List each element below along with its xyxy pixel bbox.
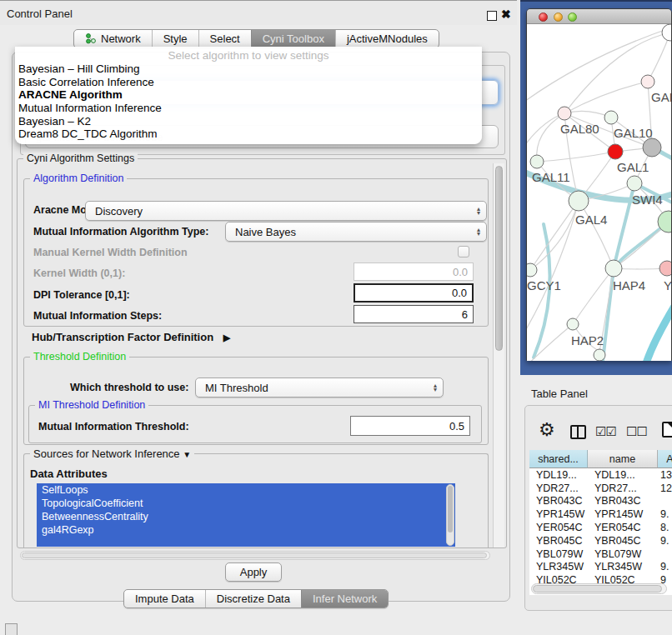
node-label-hap2: HAP2: [571, 333, 604, 348]
data-attributes-list[interactable]: SelfLoopsTopologicalCoefficientBetweenne…: [37, 483, 455, 547]
attribute-item-selfloops[interactable]: SelfLoops: [37, 483, 455, 497]
settings-horizontal-scrollbar[interactable]: [20, 551, 490, 560]
algorithm-popup: Select algorithm to view settings Bayesi…: [15, 47, 482, 144]
algorithm-option-mutual-information-inference[interactable]: Mutual Information Inference: [15, 102, 482, 115]
table-row[interactable]: YPR145WYPR145W9.: [529, 508, 672, 521]
tab-discretize-data[interactable]: Discretize Data: [205, 590, 301, 608]
column-layout-icon[interactable]: [570, 425, 586, 439]
table-row[interactable]: YBR043CYBR043C: [529, 495, 672, 508]
column-header-shared[interactable]: shared...: [529, 450, 588, 468]
table-row[interactable]: YLR345WYLR345W9.: [529, 561, 672, 574]
table-cell: YER054C: [529, 522, 588, 533]
table-settings-gear-icon[interactable]: ⚙: [539, 419, 555, 441]
tab-network[interactable]: Network: [74, 30, 152, 48]
node-label-gal10: GAL10: [614, 126, 653, 140]
network-canvas[interactable]: GALGAL80GAL10GAL1GAL11SWI4GAL4GCY1HAP4YH…: [527, 24, 671, 361]
algorithm-option-basic-correlation-inference[interactable]: Basic Correlation Inference: [15, 76, 482, 89]
which-threshold-combo[interactable]: MI Threshold ▴▾: [195, 378, 444, 398]
tab-cyni-toolbox[interactable]: Cyni Toolbox: [251, 30, 335, 48]
network-node-y[interactable]: [659, 261, 671, 276]
node-table: shared...nameA YDL19...YDL19...13YDR27..…: [529, 450, 672, 595]
attribute-list-scrollbar-thumb[interactable]: [448, 486, 453, 532]
aracne-mode-combo[interactable]: Discovery ▴▾: [85, 201, 487, 221]
network-node-gal80[interactable]: [558, 107, 571, 120]
table-row[interactable]: YBR045CYBR045C9.: [529, 534, 672, 548]
network-icon: [85, 33, 97, 44]
float-panel-icon[interactable]: [487, 11, 497, 21]
column-header-a[interactable]: A: [658, 450, 672, 468]
cyni-algorithm-settings-title: Cyni Algorithm Settings: [23, 152, 138, 164]
algorithm-option-bayesian-k2[interactable]: Bayesian – K2: [15, 115, 482, 128]
settings-vertical-scrollbar[interactable]: [493, 163, 504, 548]
network-node-gcy1[interactable]: [527, 263, 537, 277]
column-header-name[interactable]: name: [588, 450, 658, 468]
settings-horizontal-scrollbar-thumb[interactable]: [22, 552, 487, 558]
attribute-item-betweennesscentrality[interactable]: BetweennessCentrality: [37, 510, 455, 523]
deselect-all-checkboxes-icon[interactable]: ☐☐: [626, 424, 647, 439]
table-row[interactable]: YER054CYER054C8.: [529, 521, 672, 534]
attribute-item-gal4rgexp[interactable]: gal4RGexp: [37, 523, 455, 537]
network-node-gal11[interactable]: [530, 155, 544, 168]
algorithm-option-aracne-algorithm[interactable]: ARACNE Algorithm: [15, 88, 482, 102]
mi-steps-field[interactable]: 6: [354, 305, 474, 323]
table-rows: YDL19...YDL19...13YDR27...YDR27...12YBR0…: [529, 468, 672, 585]
table-row[interactable]: YDL19...YDL19...13: [529, 468, 672, 482]
network-node-gal1[interactable]: [608, 144, 623, 159]
network-node[interactable]: [662, 24, 671, 41]
tab-discretize-data-label: Discretize Data: [217, 592, 290, 605]
control-panel-title: Control Panel: [7, 8, 73, 20]
network-node-hap4[interactable]: [605, 260, 622, 277]
mi-type-combo[interactable]: Naive Bayes ▴▾: [225, 222, 487, 242]
chevron-right-icon: ▶: [223, 332, 230, 342]
kernel-width-field[interactable]: 0.0: [354, 262, 474, 281]
tab-jactivemnodules[interactable]: jActiveMNodules: [335, 30, 439, 48]
table-horizontal-scrollbar-thumb[interactable]: [533, 585, 662, 592]
node-label-gal4: GAL4: [575, 212, 607, 227]
zoom-window-icon[interactable]: [568, 12, 577, 22]
tab-infer-network-label: Infer Network: [313, 592, 377, 605]
stepper-arrows-icon: ▴▾: [434, 383, 437, 392]
attribute-list-scrollbar[interactable]: [446, 484, 454, 546]
export-table-file-icon[interactable]: [662, 422, 672, 438]
close-window-icon[interactable]: [539, 12, 548, 22]
tab-select[interactable]: Select: [198, 30, 251, 48]
attribute-item-topologicalcoefficient[interactable]: TopologicalCoefficient: [37, 497, 455, 510]
network-node[interactable]: [594, 349, 605, 361]
table-cell: YDL19...: [529, 469, 588, 481]
table-cell: 8.: [658, 522, 672, 533]
manual-kernel-checkbox[interactable]: [458, 246, 469, 258]
table-cell: YDR27...: [588, 482, 658, 494]
settings-vertical-scrollbar-thumb[interactable]: [495, 166, 503, 351]
apply-button[interactable]: Apply: [225, 562, 282, 582]
network-node-gal10[interactable]: [604, 111, 618, 124]
node-label-gal11: GAL11: [532, 170, 570, 184]
tab-infer-network[interactable]: Infer Network: [301, 590, 388, 608]
minimize-window-icon[interactable]: [554, 12, 563, 22]
algorithm-option-dream8-dc-tdc-algorithm[interactable]: Dream8 DC_TDC Algorithm: [15, 128, 482, 141]
table-row[interactable]: YBL079WYBL079W: [529, 548, 672, 561]
table-cell: YLR345W: [529, 561, 588, 572]
select-all-checkboxes-icon[interactable]: ☑☑: [595, 424, 616, 439]
dpi-tolerance-field[interactable]: 0.0: [354, 283, 474, 302]
sources-group-toggle[interactable]: Sources for Network Inference ▼: [30, 448, 194, 460]
network-node-hap2[interactable]: [567, 318, 579, 330]
table-cell: 9.: [658, 508, 672, 520]
stepper-arrows-icon: ▴▾: [477, 228, 480, 236]
tab-impute-data[interactable]: Impute Data: [124, 590, 205, 608]
network-node-swi4[interactable]: [627, 176, 642, 191]
table-row[interactable]: YDR27...YDR27...12: [529, 482, 672, 495]
hub-section-toggle[interactable]: Hub/Transcription Factor Definition ▶: [32, 331, 230, 343]
algorithm-option-bayesian-hill-climbing[interactable]: Bayesian – Hill Climbing: [15, 62, 482, 76]
table-cell: 12: [658, 482, 672, 494]
tab-style[interactable]: Style: [152, 30, 198, 48]
mi-threshold-field[interactable]: 0.5: [350, 416, 470, 436]
network-window-titlebar[interactable]: [527, 9, 671, 24]
network-node-gal[interactable]: [641, 75, 654, 88]
network-node-gal4[interactable]: [569, 191, 589, 211]
mi-type-value: Naive Bayes: [235, 226, 296, 238]
close-panel-icon[interactable]: ✖: [501, 8, 511, 21]
network-node[interactable]: [643, 138, 661, 157]
panel-grip-icon[interactable]: [5, 623, 18, 635]
mi-threshold-group-title: MI Threshold Definition: [35, 399, 148, 411]
table-horizontal-scrollbar[interactable]: [531, 583, 667, 594]
